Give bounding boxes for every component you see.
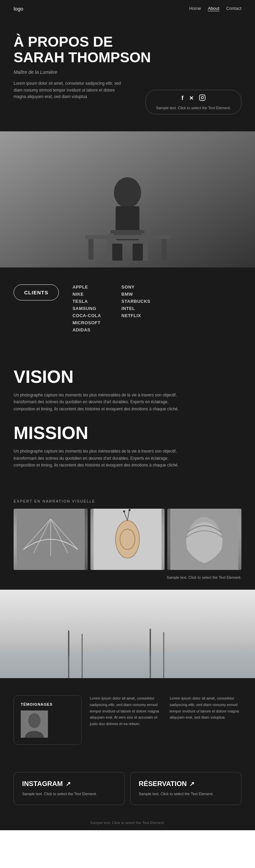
mission-text: Un photographe capture les moments les p… xyxy=(14,448,184,469)
client-intel: INTEL xyxy=(121,306,150,311)
twitter-x-icon[interactable]: ✕ xyxy=(189,95,193,101)
client-adidas: ADIDAS xyxy=(72,327,101,332)
logo[interactable]: logo xyxy=(14,6,23,12)
footer: Sample text. Click to select the Text El… xyxy=(0,815,255,830)
gallery-item-2[interactable] xyxy=(90,509,165,570)
svg-point-2 xyxy=(203,96,204,97)
svg-point-27 xyxy=(129,509,131,511)
client-sony: SONY xyxy=(121,284,150,290)
svg-point-39 xyxy=(28,713,40,728)
vision-section: VISION Un photographe capture les moment… xyxy=(0,349,255,489)
gallery-grid xyxy=(14,509,241,570)
clients-section: CLIENTS APPLE NIKE TESLA SAMSUNG COCA-CO… xyxy=(0,267,255,349)
svg-rect-36 xyxy=(68,656,69,678)
nav-links: Home About Contact xyxy=(189,6,241,11)
navbar: logo Home About Contact xyxy=(0,0,255,17)
landscape-section xyxy=(0,590,255,678)
gallery-item-1[interactable] xyxy=(14,509,88,570)
svg-rect-10 xyxy=(112,244,122,261)
client-tesla: TESLA xyxy=(72,299,101,304)
client-starbucks: STARBUCKS xyxy=(121,299,150,304)
photo-section xyxy=(0,131,255,267)
svg-rect-12 xyxy=(85,235,170,239)
testimonials-text-2: Lorem ipsum dolor sit amet, consetetur s… xyxy=(170,695,241,721)
instagram-card-title: INSTAGRAM ↗ xyxy=(22,780,116,788)
client-bmw: BMW xyxy=(121,292,150,297)
client-apple: APPLE xyxy=(72,284,101,290)
vision-text: Un photographe capture les moments les p… xyxy=(14,392,184,412)
client-coca-cola: COCA-COLA xyxy=(72,313,101,318)
gallery-sample-text[interactable]: Sample text. Click to select the Text El… xyxy=(14,575,241,579)
svg-rect-14 xyxy=(162,239,167,260)
reservation-card-title: RÉSERVATION ↗ xyxy=(139,780,233,788)
svg-rect-33 xyxy=(82,634,83,678)
bottom-cards: INSTAGRAM ↗ Sample text. Click to select… xyxy=(0,762,255,815)
client-samsung: SAMSUNG xyxy=(72,306,101,311)
testimonial-thumbnail xyxy=(21,710,48,738)
nav-home[interactable]: Home xyxy=(189,6,201,11)
reservation-card-text[interactable]: Sample text. Click to select the Text El… xyxy=(139,791,233,797)
svg-point-5 xyxy=(114,177,141,208)
facebook-icon[interactable]: f xyxy=(182,95,184,102)
landscape-photo xyxy=(0,590,255,678)
svg-point-22 xyxy=(116,521,139,558)
vision-title: VISION xyxy=(14,366,241,387)
client-netflix: NETFLIX xyxy=(121,313,150,318)
reservation-card[interactable]: RÉSERVATION ↗ Sample text. Click to sele… xyxy=(130,772,241,805)
instagram-card[interactable]: INSTAGRAM ↗ Sample text. Click to select… xyxy=(14,772,125,805)
testimonials-card: TÉMOIGNAGES xyxy=(14,695,82,745)
svg-rect-7 xyxy=(111,230,144,235)
svg-point-26 xyxy=(123,510,125,512)
nav-contact[interactable]: Contact xyxy=(226,6,241,11)
clients-col-1: APPLE NIKE TESLA SAMSUNG COCA-COLA MICRO… xyxy=(72,284,101,332)
hero-lorem: Lorem ipsum dolor sit amet, consetetur s… xyxy=(14,80,122,100)
svg-rect-37 xyxy=(150,656,151,678)
gallery-item-3[interactable] xyxy=(167,509,241,570)
svg-rect-31 xyxy=(0,651,255,678)
hero-photo xyxy=(0,131,255,267)
testimonials-section: TÉMOIGNAGES Lorem ipsum dolor sit amet, … xyxy=(0,678,255,762)
clients-button[interactable]: CLIENTS xyxy=(14,284,59,300)
svg-point-1 xyxy=(201,97,203,99)
client-nike: NIKE xyxy=(72,292,101,297)
social-box: f ✕ Sample text. Click to select the Tex… xyxy=(146,90,241,114)
reservation-arrow-icon: ↗ xyxy=(189,780,194,788)
svg-rect-13 xyxy=(88,239,94,260)
client-microsoft: MICROSOFT xyxy=(72,320,101,325)
social-sample-text[interactable]: Sample text. Click to select the Text El… xyxy=(156,106,231,110)
testimonials-text-1: Lorem ipsum dolor sit amet, consetetur s… xyxy=(90,695,162,727)
clients-col-2: SONY BMW STARBUCKS INTEL NETFLIX xyxy=(121,284,150,332)
instagram-arrow-icon: ↗ xyxy=(66,780,71,788)
svg-rect-0 xyxy=(199,95,205,101)
testimonials-title: TÉMOIGNAGES xyxy=(21,702,74,706)
social-icons: f ✕ xyxy=(182,94,206,102)
gallery-label: EXPERT EN NARRATION VISUELLE xyxy=(14,499,241,503)
nav-about[interactable]: About xyxy=(208,6,219,11)
footer-text[interactable]: Sample text. Click to select the Text El… xyxy=(14,821,241,825)
svg-rect-35 xyxy=(163,632,164,678)
hero-section: À PROPOS DE SARAH THOMPSON Maître de la … xyxy=(0,17,255,131)
mission-title: MISSION xyxy=(14,423,241,443)
clients-grid: APPLE NIKE TESLA SAMSUNG COCA-COLA MICRO… xyxy=(72,284,241,332)
gallery-section: EXPERT EN NARRATION VISUELLE xyxy=(0,489,255,590)
instagram-icon[interactable] xyxy=(199,94,206,102)
hero-title: À PROPOS DE SARAH THOMPSON xyxy=(14,34,241,65)
svg-rect-11 xyxy=(133,244,143,261)
hero-subtitle: Maître de la Lumière xyxy=(14,69,241,75)
instagram-card-text[interactable]: Sample text. Click to select the Text El… xyxy=(22,791,116,797)
